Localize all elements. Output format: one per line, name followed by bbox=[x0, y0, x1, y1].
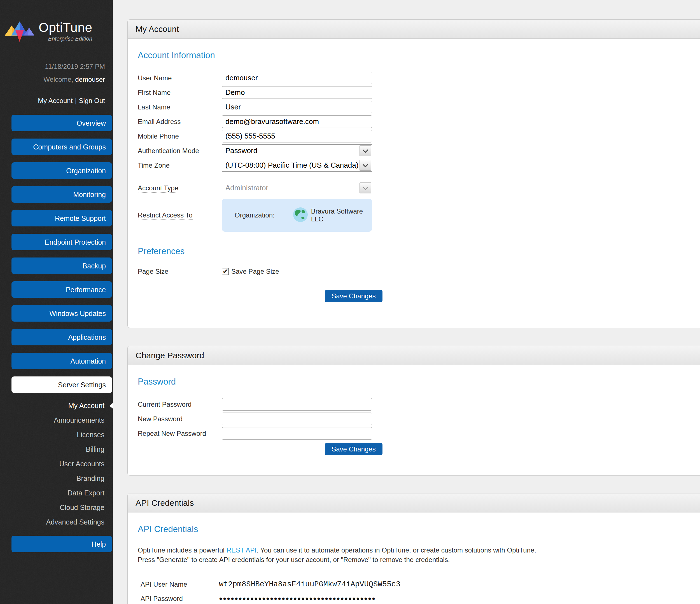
sidebar-item-performance[interactable]: Performance bbox=[11, 281, 112, 298]
sidebar-item-computers-and-groups[interactable]: Computers and Groups bbox=[11, 138, 112, 155]
change-password-panel-header: Change Password bbox=[128, 346, 700, 365]
restrict-access-label: Restrict Access To bbox=[138, 211, 222, 219]
authentication-mode-select[interactable]: Password bbox=[222, 145, 372, 157]
submenu-item-branding[interactable]: Branding bbox=[0, 474, 113, 488]
user-name-input[interactable] bbox=[222, 72, 372, 84]
repeat-new-password-input[interactable] bbox=[222, 427, 372, 440]
link-separator: | bbox=[73, 97, 79, 104]
api-user-name-label: API User Name bbox=[138, 580, 219, 588]
submenu-item-cloud-storage[interactable]: Cloud Storage bbox=[0, 503, 113, 517]
api-credentials-panel-header: API Credentials bbox=[128, 494, 700, 513]
server-settings-submenu: My AccountAnnouncementsLicensesBillingUs… bbox=[0, 401, 113, 532]
sidebar-item-organization[interactable]: Organization bbox=[11, 162, 112, 179]
page-size-label: Page Size bbox=[138, 268, 222, 275]
sidebar: OptiTune Enterprise Edition 11/18/2019 2… bbox=[0, 0, 113, 604]
panel-title: API Credentials bbox=[135, 498, 194, 508]
account-information-heading: Account Information bbox=[138, 50, 700, 60]
datetime-text: 11/18/2019 2:57 PM bbox=[0, 63, 105, 71]
sidebar-item-monitoring[interactable]: Monitoring bbox=[11, 186, 112, 203]
account-type-label: Account Type bbox=[138, 184, 222, 192]
last-name-label: Last Name bbox=[138, 103, 222, 111]
organization-label: Organization: bbox=[235, 211, 275, 219]
globe-icon bbox=[293, 207, 308, 223]
welcome-text: Welcome, demouser bbox=[0, 76, 105, 83]
last-name-input[interactable] bbox=[222, 101, 372, 113]
chevron-down-icon bbox=[359, 145, 371, 156]
time-zone-label: Time Zone bbox=[138, 161, 222, 169]
chevron-down-icon bbox=[359, 183, 371, 193]
api-credentials-heading: API Credentials bbox=[138, 524, 700, 534]
api-user-name-value: wt2pm8SHBeYHa8asF4iuuPGMkw74iApVUQSW55c3 bbox=[219, 580, 400, 588]
new-password-input[interactable] bbox=[222, 413, 372, 425]
panel-title: Change Password bbox=[135, 351, 204, 360]
change-password-panel: Change Password Password Current Passwor… bbox=[127, 346, 700, 475]
sidebar-item-help[interactable]: Help bbox=[11, 536, 112, 552]
active-item-arrow-icon bbox=[109, 403, 113, 409]
sidebar-item-backup[interactable]: Backup bbox=[11, 258, 112, 274]
sidebar-item-windows-updates[interactable]: Windows Updates bbox=[11, 305, 112, 322]
sidebar-item-automation[interactable]: Automation bbox=[11, 353, 112, 369]
sidebar-item-applications[interactable]: Applications bbox=[11, 329, 112, 345]
email-address-input[interactable] bbox=[222, 115, 372, 128]
panel-title: My Account bbox=[135, 24, 179, 34]
first-name-label: First Name bbox=[138, 89, 222, 97]
authentication-mode-label: Authentication Mode bbox=[138, 147, 222, 155]
first-name-input[interactable] bbox=[222, 86, 372, 99]
api-password-label: API Password bbox=[138, 595, 219, 603]
sidebar-nav: OverviewComputers and GroupsOrganization… bbox=[0, 115, 113, 369]
my-account-panel-header: My Account bbox=[128, 20, 700, 38]
api-description: OptiTune includes a powerful REST API. Y… bbox=[138, 546, 700, 564]
my-account-link[interactable]: My Account bbox=[38, 97, 73, 104]
sidebar-item-endpoint-protection[interactable]: Endpoint Protection bbox=[11, 234, 112, 250]
app-edition: Enterprise Edition bbox=[39, 35, 93, 42]
submenu-item-licenses[interactable]: Licenses bbox=[0, 430, 113, 444]
preferences-heading: Preferences bbox=[138, 246, 700, 256]
save-page-size-text: Save Page Size bbox=[231, 268, 279, 275]
user-name-label: User Name bbox=[138, 74, 222, 82]
repeat-new-password-label: Repeat New Password bbox=[138, 430, 222, 438]
rest-api-link[interactable]: REST API bbox=[226, 546, 257, 554]
submenu-item-user-accounts[interactable]: User Accounts bbox=[0, 459, 113, 474]
time-zone-select[interactable]: (UTC-08:00) Pacific Time (US & Canada) bbox=[222, 159, 372, 172]
sign-out-link[interactable]: Sign Out bbox=[79, 97, 105, 104]
save-page-size-checkbox[interactable]: ✔ bbox=[222, 268, 229, 275]
main-content: My Account Account Information User Name… bbox=[113, 0, 700, 604]
optitune-logo-icon bbox=[4, 16, 35, 47]
account-type-select: Administrator bbox=[222, 182, 372, 194]
save-changes-button[interactable]: Save Changes bbox=[325, 290, 382, 302]
app-title: OptiTune bbox=[39, 21, 93, 34]
save-password-button[interactable]: Save Changes bbox=[325, 443, 382, 455]
submenu-item-billing[interactable]: Billing bbox=[0, 444, 113, 459]
mobile-phone-input[interactable] bbox=[222, 130, 372, 142]
restrict-access-box: Organization: Bravura Software LLC bbox=[222, 199, 372, 232]
email-address-label: Email Address bbox=[138, 118, 222, 126]
welcome-username: demouser bbox=[75, 76, 105, 83]
my-account-panel: My Account Account Information User Name… bbox=[127, 19, 700, 328]
sidebar-item-remote-support[interactable]: Remote Support bbox=[11, 210, 112, 227]
password-heading: Password bbox=[138, 377, 700, 387]
submenu-item-announcements[interactable]: Announcements bbox=[0, 415, 113, 430]
chevron-down-icon bbox=[359, 160, 371, 171]
current-password-label: Current Password bbox=[138, 400, 222, 409]
logo: OptiTune Enterprise Edition bbox=[4, 16, 113, 47]
api-password-value: ●●●●●●●●●●●●●●●●●●●●●●●●●●●●●●●●●●●●●●●● bbox=[219, 596, 376, 602]
submenu-item-advanced-settings[interactable]: Advanced Settings bbox=[0, 517, 113, 532]
sidebar-item-overview[interactable]: Overview bbox=[11, 115, 112, 131]
mobile-phone-label: Mobile Phone bbox=[138, 132, 222, 140]
organization-name: Bravura Software LLC bbox=[311, 207, 372, 223]
new-password-label: New Password bbox=[138, 415, 222, 423]
api-credentials-panel: API Credentials API Credentials OptiTune… bbox=[127, 493, 700, 604]
submenu-item-my-account[interactable]: My Account bbox=[0, 401, 113, 415]
current-password-input[interactable] bbox=[222, 398, 372, 411]
sidebar-item-server-settings[interactable]: Server Settings bbox=[11, 376, 112, 393]
submenu-item-data-export[interactable]: Data Export bbox=[0, 488, 113, 503]
